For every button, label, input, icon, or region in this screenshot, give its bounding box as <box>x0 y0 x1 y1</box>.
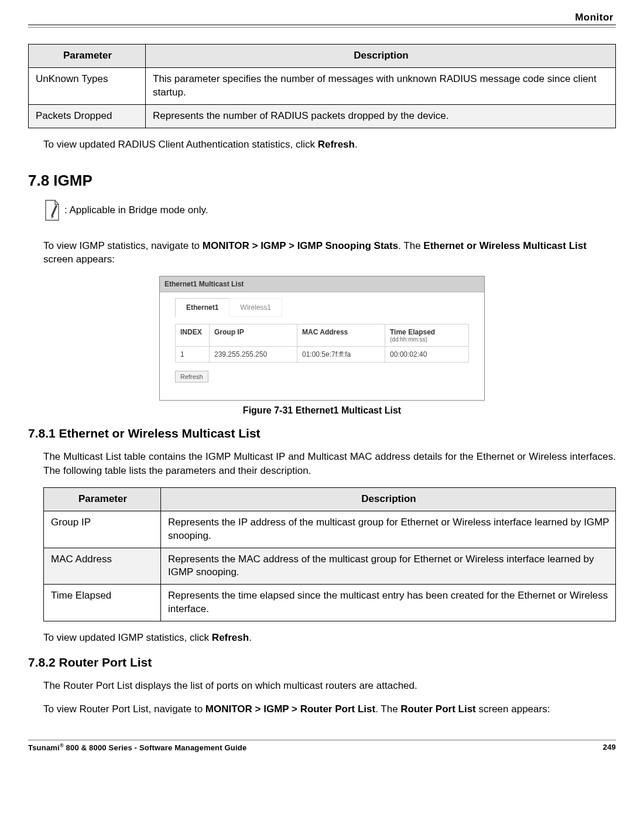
page-footer: Tsunami® 800 & 8000 Series - Software Ma… <box>28 740 616 752</box>
table-row: Packets Dropped Represents the number of… <box>29 104 616 128</box>
text: screen appears: <box>43 254 115 265</box>
table-row: Group IP Represents the IP address of th… <box>44 511 616 548</box>
text: To view updated IGMP statistics, click <box>43 632 212 643</box>
th-time-sub: (dd:hh:mm:ss) <box>390 336 464 343</box>
registered-mark: ® <box>60 743 64 749</box>
product-name: Tsunami <box>28 743 60 752</box>
th-description: Description <box>146 45 616 68</box>
th-time-label: Time Elapsed <box>390 328 435 336</box>
heading-781: 7.8.1 Ethernet or Wireless Multicast Lis… <box>28 426 616 440</box>
th-mac: MAC Address <box>297 324 385 347</box>
cell-desc: This parameter specifies the number of m… <box>146 67 616 104</box>
text: To view IGMP statistics, navigate to <box>43 240 203 251</box>
radius-refresh-sentence: To view updated RADIUS Client Authentica… <box>43 138 616 152</box>
th-parameter: Parameter <box>29 45 146 68</box>
text: . <box>249 632 252 643</box>
breadcrumb: MONITOR > IGMP > Router Port List <box>205 703 375 715</box>
cell-desc: Represents the time elapsed since the mu… <box>161 585 616 621</box>
th-group-ip: Group IP <box>210 324 297 347</box>
cell-param: Time Elapsed <box>44 585 161 621</box>
multicast-param-table: Parameter Description Group IP Represent… <box>43 487 616 622</box>
multicast-grid: INDEX Group IP MAC Address Time Elapsed … <box>175 324 469 363</box>
running-title: Monitor <box>28 12 616 25</box>
screen-name: Ethernet or Wireless Multicast List <box>423 240 587 251</box>
th-description: Description <box>161 487 616 511</box>
igmp-refresh-sentence: To view updated IGMP statistics, click R… <box>43 631 616 645</box>
radius-table: Parameter Description UnKnown Types This… <box>28 44 616 128</box>
tab-ethernet1[interactable]: Ethernet1 <box>175 298 229 317</box>
table-row: Time Elapsed Represents the time elapsed… <box>44 585 616 621</box>
tab-wireless1[interactable]: Wireless1 <box>229 298 282 317</box>
note-text: : Applicable in Bridge mode only. <box>64 204 208 216</box>
th-parameter: Parameter <box>44 487 161 511</box>
cell-param: UnKnown Types <box>29 67 146 104</box>
cell-group-ip: 239.255.255.250 <box>210 347 297 363</box>
text: screen appears: <box>476 703 550 715</box>
page-number: 249 <box>603 743 616 752</box>
doc-title: 800 & 8000 Series - Software Management … <box>64 743 247 752</box>
refresh-button[interactable]: Refresh <box>175 371 208 382</box>
section-781-intro: The Multicast List table contains the IG… <box>43 450 616 478</box>
refresh-word: Refresh <box>212 632 249 643</box>
cell-param: MAC Address <box>44 548 161 585</box>
note-row: : Applicable in Bridge mode only. <box>43 199 616 221</box>
cell-param: Group IP <box>44 511 161 548</box>
table-row: 1 239.255.255.250 01:00:5e:7f:ff:fa 00:0… <box>176 347 469 363</box>
cell-param: Packets Dropped <box>29 104 146 128</box>
tab-strip: Ethernet1 Wireless1 <box>175 298 469 317</box>
cell-mac: 01:00:5e:7f:ff:fa <box>297 347 385 363</box>
breadcrumb: MONITOR > IGMP > IGMP Snooping Stats <box>203 240 398 251</box>
text: . <box>355 139 358 150</box>
heading-782: 7.8.2 Router Port List <box>28 655 616 669</box>
th-index: INDEX <box>176 324 210 347</box>
cell-desc: Represents the MAC address of the multic… <box>161 548 616 585</box>
heading-igmp: 7.8 IGMP <box>28 172 616 190</box>
igmp-nav-sentence: To view IGMP statistics, navigate to MON… <box>43 239 616 267</box>
screenshot-multicast-list: Ethernet1 Multicast List Ethernet1 Wirel… <box>159 276 485 401</box>
figure-caption: Figure 7-31 Ethernet1 Multicast List <box>28 405 616 416</box>
cell-time: 00:00:02:40 <box>385 347 469 363</box>
text: . The <box>375 703 400 715</box>
footer-left: Tsunami® 800 & 8000 Series - Software Ma… <box>28 743 246 752</box>
note-icon <box>43 199 61 221</box>
cell-index: 1 <box>176 347 210 363</box>
th-time: Time Elapsed (dd:hh:mm:ss) <box>385 324 469 347</box>
text: To view updated RADIUS Client Authentica… <box>43 139 318 150</box>
screen-name: Router Port List <box>400 703 475 715</box>
cell-desc: Represents the number of RADIUS packets … <box>146 104 616 128</box>
cell-desc: Represents the IP address of the multica… <box>161 511 616 548</box>
section-782-p2: To view Router Port List, navigate to MO… <box>43 702 616 716</box>
table-row: MAC Address Represents the MAC address o… <box>44 548 616 585</box>
text: To view Router Port List, navigate to <box>43 703 205 715</box>
panel-title: Ethernet1 Multicast List <box>160 276 484 292</box>
section-782-p1: The Router Port List displays the list o… <box>43 679 616 693</box>
header-rules <box>28 25 616 28</box>
table-row: UnKnown Types This parameter specifies t… <box>29 67 616 104</box>
text: . The <box>398 240 423 251</box>
refresh-word: Refresh <box>318 139 355 150</box>
